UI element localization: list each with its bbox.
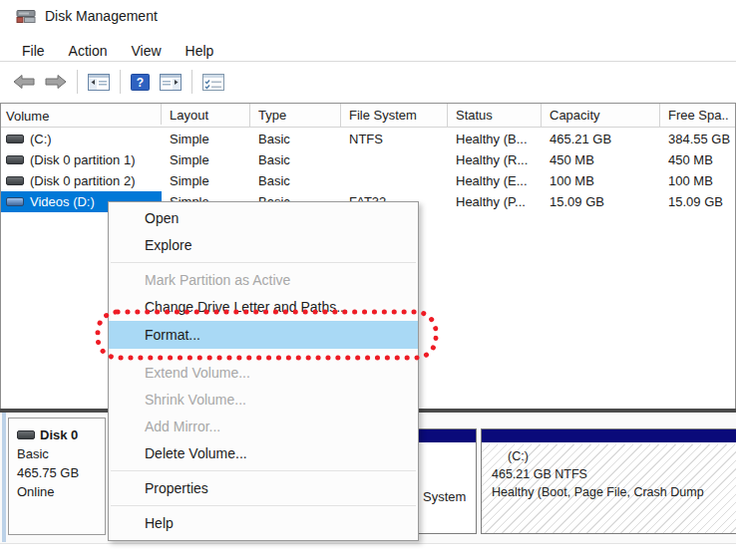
status-value: Healthy (P... bbox=[448, 194, 542, 209]
column-header-freespace[interactable]: Free Spa.. bbox=[660, 104, 734, 127]
table-row[interactable]: (Disk 0 partition 1) Simple Basic Health… bbox=[1, 149, 735, 170]
volume-name: (Disk 0 partition 1) bbox=[30, 152, 135, 167]
menu-item-delete-volume[interactable]: Delete Volume... bbox=[109, 440, 418, 467]
c-partition-info: (C:) 465.21 GB NTFS Healthy (Boot, Page … bbox=[492, 447, 704, 501]
volume-disk-icon bbox=[6, 176, 24, 185]
window-title: Disk Management bbox=[45, 8, 158, 24]
volume-disk-icon bbox=[6, 155, 24, 164]
back-arrow-icon bbox=[13, 74, 35, 90]
action-pane-button[interactable] bbox=[155, 72, 186, 93]
menu-file[interactable]: File bbox=[10, 41, 57, 61]
toolbar-separator bbox=[77, 70, 78, 94]
help-button[interactable]: ? bbox=[126, 72, 155, 93]
volume-disk-icon bbox=[6, 135, 24, 143]
back-button[interactable] bbox=[8, 72, 40, 92]
type-value: Basic bbox=[250, 173, 341, 188]
menu-bar: File Action View Help bbox=[10, 41, 225, 61]
volume-name: (Disk 0 partition 2) bbox=[30, 173, 135, 188]
menu-separator bbox=[111, 470, 416, 471]
disk-icon bbox=[17, 430, 35, 439]
column-header-capacity[interactable]: Capacity bbox=[542, 104, 660, 127]
toolbar-separator bbox=[120, 70, 121, 94]
c-partition-status: Healthy (Boot, Page File, Crash Dump bbox=[492, 483, 704, 501]
menu-separator bbox=[111, 262, 416, 263]
capacity-value: 465.21 GB bbox=[542, 132, 660, 146]
freespace-value: 100 MB bbox=[660, 173, 734, 188]
pane-accent-strip bbox=[2, 413, 6, 542]
filesystem-value: NTFS bbox=[341, 132, 448, 146]
c-partition-size: 465.21 GB NTFS bbox=[492, 465, 704, 483]
disk-management-window: Disk Management File Action View Help bbox=[0, 0, 736, 560]
title-bar: Disk Management bbox=[16, 8, 158, 24]
disk-name: Disk 0 bbox=[40, 425, 78, 444]
context-menu: Open Explore Mark Partition as Active Ch… bbox=[108, 201, 419, 541]
c-partition-name: (C:) bbox=[492, 447, 704, 465]
freespace-value: 384.55 GB bbox=[660, 132, 734, 146]
svg-text:?: ? bbox=[137, 75, 144, 89]
capacity-value: 100 MB bbox=[542, 173, 660, 188]
table-header: Volume Layout Type File System Status Ca… bbox=[1, 104, 735, 128]
layout-value: Simple bbox=[162, 152, 250, 167]
menu-view[interactable]: View bbox=[119, 41, 173, 61]
volume-name: (C:) bbox=[30, 132, 52, 146]
forward-button[interactable] bbox=[40, 72, 72, 92]
console-tree-icon bbox=[88, 74, 110, 91]
layout-value: Simple bbox=[162, 173, 250, 188]
freespace-value: 15.09 GB bbox=[660, 194, 734, 209]
layout-value: Simple bbox=[162, 132, 250, 146]
console-tree-button[interactable] bbox=[83, 72, 115, 93]
system-partition-label: System bbox=[423, 489, 466, 504]
toolbar-separator bbox=[191, 70, 192, 94]
menu-item-explore[interactable]: Explore bbox=[109, 232, 418, 259]
freespace-value: 450 MB bbox=[660, 152, 734, 167]
disk-type: Basic bbox=[17, 444, 105, 463]
disk-0-info-panel[interactable]: Disk 0 Basic 465.75 GB Online bbox=[8, 418, 106, 535]
table-row[interactable]: (Disk 0 partition 2) Simple Basic Health… bbox=[1, 170, 735, 191]
column-header-type[interactable]: Type bbox=[250, 104, 341, 127]
properties-button[interactable] bbox=[197, 72, 229, 93]
menu-item-help[interactable]: Help bbox=[109, 510, 418, 537]
c-partition-block[interactable]: (C:) 465.21 GB NTFS Healthy (Boot, Page … bbox=[481, 428, 736, 534]
menu-gap bbox=[109, 349, 418, 360]
help-icon: ? bbox=[131, 74, 150, 91]
menu-separator bbox=[111, 505, 416, 506]
disk-management-icon bbox=[16, 8, 36, 24]
menubar-divider bbox=[0, 61, 736, 62]
partition-color-bar bbox=[482, 429, 736, 444]
menu-item-properties[interactable]: Properties bbox=[109, 475, 418, 502]
volume-name: Videos (D:) bbox=[30, 194, 95, 209]
status-value: Healthy (R... bbox=[448, 152, 542, 167]
action-pane-icon bbox=[160, 74, 182, 91]
type-value: Basic bbox=[250, 152, 341, 167]
menu-action[interactable]: Action bbox=[57, 41, 120, 61]
column-header-status[interactable]: Status bbox=[448, 104, 542, 127]
menu-help[interactable]: Help bbox=[174, 41, 226, 61]
column-header-volume[interactable]: Volume bbox=[1, 104, 162, 125]
column-header-filesystem[interactable]: File System bbox=[341, 104, 448, 127]
disk-status: Online bbox=[17, 482, 105, 501]
list-check-icon bbox=[202, 74, 224, 91]
toolbar: ? bbox=[8, 66, 229, 98]
status-value: Healthy (E... bbox=[448, 173, 542, 188]
column-header-layout[interactable]: Layout bbox=[162, 104, 250, 127]
table-row[interactable]: (C:) Simple Basic NTFS Healthy (B... 465… bbox=[1, 129, 735, 149]
type-value: Basic bbox=[250, 132, 341, 146]
disk-size: 465.75 GB bbox=[17, 463, 105, 482]
menu-item-shrink-volume: Shrink Volume... bbox=[109, 387, 418, 414]
volume-disk-icon bbox=[6, 197, 24, 206]
forward-arrow-icon bbox=[45, 74, 67, 90]
menu-item-add-mirror: Add Mirror... bbox=[109, 414, 418, 440]
capacity-value: 450 MB bbox=[542, 152, 660, 167]
status-value: Healthy (B... bbox=[448, 132, 542, 146]
menu-item-extend-volume: Extend Volume... bbox=[109, 360, 418, 387]
capacity-value: 15.09 GB bbox=[542, 194, 660, 209]
menu-item-format[interactable]: Format... bbox=[109, 321, 418, 349]
menu-item-open[interactable]: Open bbox=[109, 205, 418, 232]
menu-item-mark-partition-active: Mark Partition as Active bbox=[109, 267, 418, 294]
menu-item-change-drive-letter[interactable]: Change Drive Letter and Paths... bbox=[109, 294, 418, 321]
